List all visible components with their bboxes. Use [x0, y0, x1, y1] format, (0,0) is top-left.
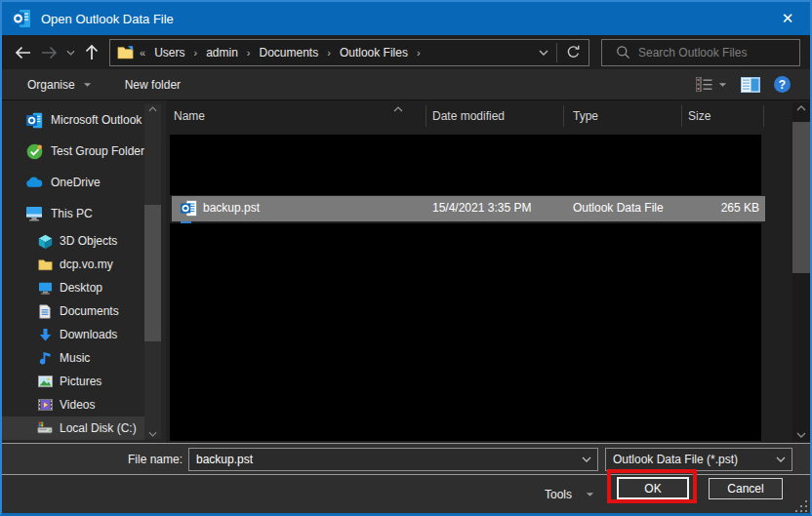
- sidebar-item-dcp-vo-my[interactable]: dcp.vo.my: [2, 253, 144, 276]
- this-pc-icon: [25, 206, 43, 221]
- file-type-value: Outlook Data File (*.pst): [606, 453, 770, 466]
- title-bar: Open Outlook Data File ✕: [2, 2, 810, 35]
- address-dropdown-button[interactable]: [531, 50, 556, 56]
- document-icon: [37, 304, 53, 319]
- organise-label: Organise: [27, 78, 75, 92]
- file-type-cell: Outlook Data File: [573, 201, 664, 215]
- outlook-data-file-icon: [181, 200, 197, 219]
- help-button[interactable]: ?: [774, 76, 791, 93]
- sidebar-item-music[interactable]: Music: [2, 346, 144, 370]
- command-toolbar: Organise New folder ?: [2, 69, 810, 100]
- breadcrumb-overflow[interactable]: «: [140, 47, 145, 59]
- column-divider[interactable]: [681, 105, 682, 127]
- column-header-type[interactable]: Type: [573, 109, 598, 123]
- onedrive-cloud-icon: [25, 177, 43, 188]
- outlook-icon: [25, 112, 43, 129]
- back-button[interactable]: [8, 39, 37, 66]
- file-name-input[interactable]: [189, 453, 576, 466]
- column-header-date-modified[interactable]: Date modified: [432, 109, 505, 123]
- resize-grip[interactable]: [795, 500, 807, 512]
- folder-icon: [37, 258, 53, 271]
- file-list-pane: Name Date modified Type Size backup.pst …: [166, 100, 810, 443]
- scroll-up-icon[interactable]: [792, 105, 810, 111]
- scroll-up-icon[interactable]: [144, 106, 161, 112]
- breadcrumb-admin[interactable]: admin: [206, 46, 238, 60]
- column-divider[interactable]: [763, 105, 764, 127]
- sidebar-item-documents[interactable]: Documents: [2, 299, 144, 323]
- search-box[interactable]: [601, 39, 800, 66]
- breadcrumb-chevron-icon[interactable]: ›: [417, 47, 421, 59]
- sidebar-item-pictures[interactable]: Pictures: [2, 370, 144, 393]
- column-divider[interactable]: [426, 105, 426, 127]
- picture-icon: [37, 376, 53, 387]
- forward-arrow-icon: [41, 46, 59, 60]
- column-divider[interactable]: [563, 105, 564, 127]
- close-icon[interactable]: ✕: [765, 2, 810, 35]
- ok-button[interactable]: OK: [617, 477, 689, 499]
- chevron-down-icon: [718, 82, 727, 88]
- sidebar-item-label: OneDrive: [51, 176, 101, 189]
- breadcrumb-chevron-icon[interactable]: ›: [247, 47, 251, 59]
- sidebar-scrollbar[interactable]: [144, 104, 161, 439]
- column-header-size[interactable]: Size: [688, 109, 710, 123]
- breadcrumb-users[interactable]: Users: [154, 46, 184, 60]
- main-area: Microsoft Outlook Test Group Folder OneD…: [2, 100, 810, 443]
- sidebar-item-this-pc[interactable]: This PC: [2, 198, 144, 229]
- refresh-icon: [566, 45, 581, 60]
- outlook-app-icon: [12, 9, 31, 28]
- cancel-button[interactable]: Cancel: [709, 478, 783, 499]
- sidebar-item-videos[interactable]: Videos: [2, 393, 144, 417]
- redacted-area-top: [170, 135, 761, 195]
- breadcrumb-outlook-files[interactable]: Outlook Files: [340, 46, 408, 60]
- scroll-down-icon[interactable]: [792, 432, 810, 438]
- group-folder-icon: [25, 143, 43, 160]
- up-button[interactable]: [78, 39, 105, 66]
- forward-button[interactable]: [37, 39, 62, 66]
- sidebar-item-local-disk-c[interactable]: Local Disk (C:): [2, 417, 144, 440]
- file-name-combobox[interactable]: [188, 448, 598, 471]
- organise-button[interactable]: Organise: [27, 78, 92, 92]
- chevron-down-icon: [586, 492, 594, 497]
- sidebar-item-desktop[interactable]: Desktop: [2, 276, 144, 299]
- sidebar-item-label: Pictures: [60, 375, 102, 388]
- scrollbar-thumb[interactable]: [792, 122, 810, 273]
- change-view-button[interactable]: [696, 77, 727, 92]
- file-type-select[interactable]: Outlook Data File (*.pst): [605, 448, 792, 471]
- sidebar-item-microsoft-outlook[interactable]: Microsoft Outlook: [2, 104, 144, 136]
- scrollbar-thumb[interactable]: [144, 205, 161, 341]
- breadcrumb: « Users › admin › Documents › Outlook Fi…: [140, 46, 531, 60]
- dialog-button-row: Tools OK Cancel: [2, 475, 810, 515]
- file-row-backup-pst[interactable]: backup.pst 15/4/2021 3:35 PM Outlook Dat…: [172, 196, 765, 221]
- chevron-down-icon[interactable]: [576, 456, 597, 462]
- sidebar-item-3d-objects[interactable]: 3D Objects: [2, 229, 144, 253]
- sidebar-item-downloads[interactable]: Downloads: [2, 323, 144, 346]
- breadcrumb-documents[interactable]: Documents: [260, 46, 319, 60]
- search-icon: [616, 45, 630, 60]
- up-arrow-icon: [85, 44, 99, 60]
- sidebar-item-label: Documents: [60, 304, 119, 318]
- breadcrumb-chevron-icon[interactable]: ›: [327, 47, 331, 59]
- tools-button[interactable]: Tools: [545, 488, 594, 501]
- scroll-down-icon[interactable]: [144, 431, 161, 437]
- recent-locations-button[interactable]: [62, 39, 78, 66]
- sidebar-item-label: Local Disk (C:): [60, 421, 137, 435]
- file-list-scrollbar[interactable]: [792, 102, 810, 441]
- details-view-icon: [696, 77, 712, 92]
- breadcrumb-chevron-icon[interactable]: ›: [193, 47, 197, 59]
- address-bar[interactable]: « Users › admin › Documents › Outlook Fi…: [109, 39, 589, 66]
- search-input[interactable]: [638, 46, 785, 60]
- chevron-down-icon[interactable]: [770, 456, 792, 462]
- film-icon: [37, 399, 53, 411]
- sidebar-item-onedrive[interactable]: OneDrive: [2, 167, 144, 198]
- sidebar-item-test-group-folder[interactable]: Test Group Folder: [2, 136, 144, 167]
- chevron-down-icon: [66, 50, 75, 56]
- open-outlook-data-file-dialog: Open Outlook Data File ✕ « Users › admin: [0, 0, 812, 516]
- preview-pane-icon[interactable]: [741, 77, 760, 93]
- new-folder-button[interactable]: New folder: [125, 78, 181, 92]
- file-name-cell: backup.pst: [203, 201, 260, 215]
- column-header-name[interactable]: Name: [174, 109, 205, 123]
- refresh-button[interactable]: [557, 45, 589, 60]
- sidebar-item-label: Videos: [60, 398, 95, 412]
- back-arrow-icon: [14, 46, 31, 60]
- tools-label: Tools: [545, 488, 572, 501]
